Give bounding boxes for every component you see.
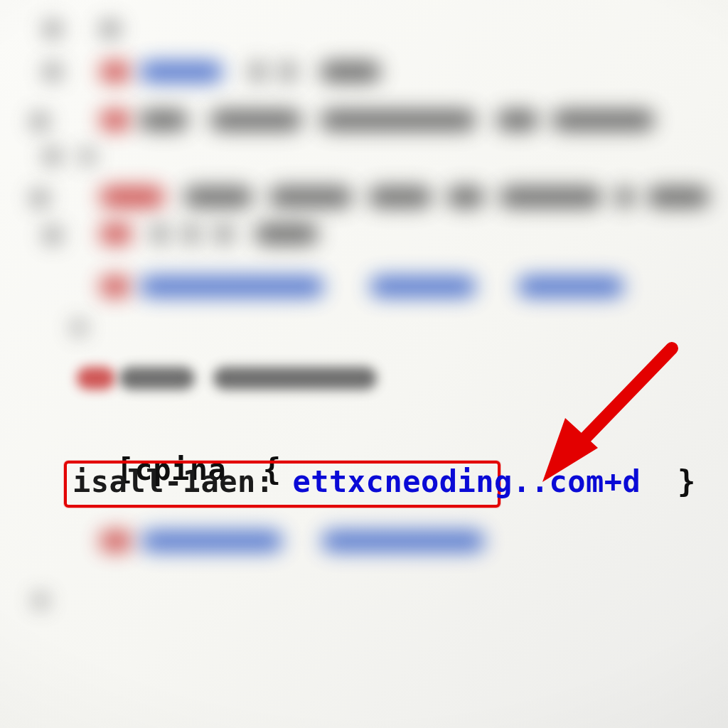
- gutter-marker: [30, 189, 50, 208]
- blur-token: [320, 109, 476, 131]
- blur-token: [100, 223, 132, 245]
- gutter-marker: [43, 148, 63, 165]
- blur-token: [80, 148, 95, 165]
- blur-token: [182, 223, 200, 245]
- blur-token: [141, 530, 283, 552]
- blur-token: [496, 109, 539, 131]
- blur-token: [77, 367, 115, 390]
- blur-token: [139, 109, 188, 131]
- blur-token: [100, 186, 165, 208]
- gutter-marker: [43, 63, 63, 81]
- css-property: isall-1aen:: [73, 464, 274, 499]
- blur-token: [151, 223, 169, 245]
- blur-token: [213, 223, 235, 245]
- blur-token: [119, 367, 195, 390]
- blur-token: [552, 109, 655, 131]
- blur-token: [33, 593, 48, 609]
- blur-token: [269, 186, 353, 208]
- blur-token: [71, 320, 87, 336]
- blur-token: [368, 186, 432, 208]
- gutter-marker: [43, 226, 63, 245]
- blur-token: [616, 186, 634, 208]
- blur-token: [210, 109, 302, 131]
- blur-token: [518, 276, 624, 297]
- blur-token: [100, 109, 131, 131]
- blur-token: [139, 61, 223, 82]
- blur-token: [446, 186, 485, 208]
- blur-token: [100, 276, 131, 297]
- blur-token: [499, 186, 602, 208]
- blur-token: [370, 276, 476, 297]
- blur-token: [255, 223, 318, 245]
- callout-arrow-icon: [530, 341, 679, 491]
- gutter-marker: [30, 112, 50, 131]
- blur-token: [320, 61, 381, 82]
- blur-token: [321, 530, 485, 552]
- blur-token: [279, 61, 297, 82]
- blur-token: [100, 61, 131, 82]
- blur-token: [647, 186, 710, 208]
- blur-token: [213, 367, 377, 390]
- blur-token: [183, 186, 253, 208]
- blur-token: [249, 61, 267, 82]
- gutter-marker: [43, 20, 63, 38]
- blur-token: [139, 276, 324, 297]
- blur-token: [100, 530, 132, 552]
- blur-token: [100, 20, 121, 38]
